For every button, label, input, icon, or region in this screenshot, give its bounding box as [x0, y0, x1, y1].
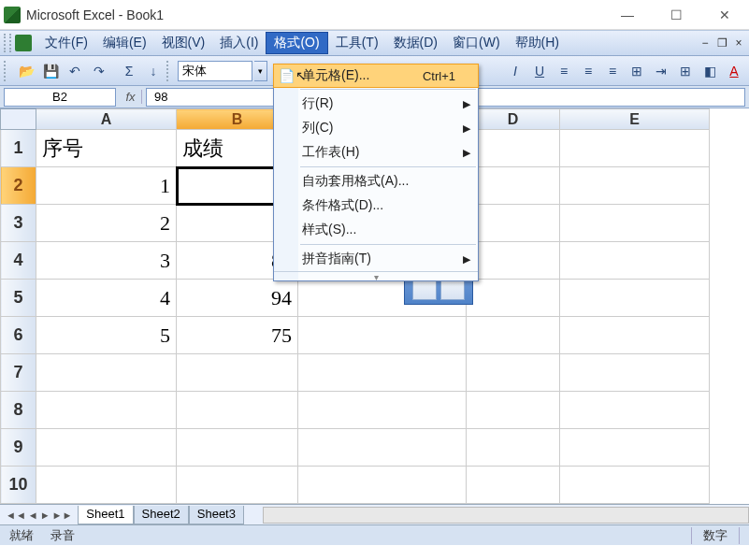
name-box[interactable]: B2: [4, 88, 116, 107]
col-header-d[interactable]: D: [467, 109, 560, 130]
sheet-tab-3[interactable]: Sheet3: [189, 506, 244, 524]
tab-prev-button[interactable]: ◄: [28, 510, 38, 521]
cell[interactable]: [36, 429, 177, 467]
cell[interactable]: [467, 317, 560, 354]
menu-data[interactable]: 数据(D): [386, 33, 445, 53]
sheet-tab-1[interactable]: Sheet1: [78, 506, 133, 524]
cell[interactable]: [467, 242, 560, 280]
cell[interactable]: [298, 392, 467, 429]
menu-window[interactable]: 窗口(W): [445, 33, 508, 53]
row-header-9[interactable]: 9: [1, 429, 36, 467]
cell[interactable]: [467, 392, 560, 429]
cell[interactable]: [560, 429, 710, 467]
cell[interactable]: [467, 280, 560, 317]
fill-color-button[interactable]: ◧: [699, 60, 721, 82]
align-right-button[interactable]: ≡: [601, 60, 624, 82]
cell[interactable]: [298, 429, 467, 467]
cell[interactable]: [560, 130, 710, 167]
cell-b6[interactable]: 75: [177, 317, 298, 354]
cell-a6[interactable]: 5: [36, 317, 177, 354]
cell[interactable]: [36, 354, 177, 392]
cell[interactable]: [560, 392, 710, 429]
cell[interactable]: [36, 467, 177, 504]
sheet-tab-2[interactable]: Sheet2: [134, 506, 189, 524]
select-all-corner[interactable]: [1, 109, 36, 130]
align-center-button[interactable]: ≡: [577, 60, 599, 82]
save-button[interactable]: 💾: [39, 60, 62, 82]
cell[interactable]: [177, 467, 298, 504]
row-header-1[interactable]: 1: [1, 130, 36, 167]
fx-button[interactable]: fx: [120, 90, 142, 104]
cell[interactable]: [36, 392, 177, 429]
font-dropdown-icon[interactable]: ▾: [254, 61, 267, 81]
menu-sheet[interactable]: 工作表(H)▶: [274, 140, 478, 165]
tab-first-button[interactable]: ◄◄: [6, 510, 26, 521]
tab-next-button[interactable]: ►: [40, 510, 50, 521]
cell[interactable]: [298, 467, 467, 504]
cell-a3[interactable]: 2: [36, 205, 177, 242]
menu-column[interactable]: 列(C)▶: [274, 116, 478, 140]
cell[interactable]: [560, 167, 710, 205]
cell[interactable]: [298, 354, 467, 392]
cell[interactable]: [298, 317, 467, 354]
menu-tools[interactable]: 工具(T): [328, 33, 386, 53]
font-color-button[interactable]: A: [723, 60, 745, 82]
cell[interactable]: [560, 205, 710, 242]
cell[interactable]: [560, 354, 710, 392]
cell[interactable]: [560, 317, 710, 354]
minimize-button[interactable]: —: [614, 2, 641, 28]
border-button[interactable]: ⊞: [674, 60, 697, 82]
menu-expand-icon[interactable]: ▾: [274, 271, 478, 280]
menu-help[interactable]: 帮助(H): [508, 33, 567, 53]
cell[interactable]: [177, 392, 298, 429]
cell[interactable]: [467, 467, 560, 504]
cell[interactable]: [560, 280, 710, 317]
italic-button[interactable]: I: [504, 60, 526, 82]
row-header-4[interactable]: 4: [1, 242, 36, 280]
row-header-2[interactable]: 2: [1, 167, 36, 205]
cell[interactable]: [560, 242, 710, 280]
cell[interactable]: [177, 429, 298, 467]
cell[interactable]: [467, 354, 560, 392]
cell[interactable]: [177, 354, 298, 392]
menu-conditional[interactable]: 条件格式(D)...: [274, 194, 478, 218]
open-button[interactable]: 📂: [15, 60, 37, 82]
menu-autoformat[interactable]: 自动套用格式(A)...: [274, 169, 478, 194]
col-header-e[interactable]: E: [560, 109, 710, 130]
autosum-button[interactable]: Σ: [118, 60, 140, 82]
sort-button[interactable]: ↓: [142, 60, 165, 82]
font-name-box[interactable]: 宋体: [178, 61, 252, 81]
mdi-minimize[interactable]: −: [699, 36, 712, 50]
row-header-7[interactable]: 7: [1, 354, 36, 392]
align-left-button[interactable]: ≡: [553, 60, 575, 82]
cell[interactable]: [467, 130, 560, 167]
indent-button[interactable]: ⇥: [650, 60, 672, 82]
redo-button[interactable]: ↷: [88, 60, 110, 82]
mdi-restore[interactable]: ❐: [715, 36, 728, 50]
menu-view[interactable]: 视图(V): [154, 33, 213, 53]
row-header-8[interactable]: 8: [1, 392, 36, 429]
horizontal-scrollbar[interactable]: [263, 507, 749, 524]
tab-last-button[interactable]: ►►: [52, 510, 73, 521]
col-header-a[interactable]: A: [36, 109, 177, 130]
close-button[interactable]: ✕: [712, 2, 738, 28]
maximize-button[interactable]: ☐: [663, 2, 689, 28]
toolbar-handle-2[interactable]: [166, 61, 174, 81]
cell[interactable]: [467, 429, 560, 467]
menubar-handle[interactable]: [4, 34, 11, 52]
menu-cells[interactable]: 📄 ↖ 单元格(E)... Ctrl+1: [273, 64, 479, 88]
menu-phonetic[interactable]: 拼音指南(T)▶: [274, 247, 478, 271]
cell-a5[interactable]: 4: [36, 280, 177, 317]
menu-row[interactable]: 行(R)▶: [274, 92, 478, 116]
cell[interactable]: [467, 205, 560, 242]
menu-edit[interactable]: 编辑(E): [95, 33, 154, 53]
row-header-3[interactable]: 3: [1, 205, 36, 242]
menu-style[interactable]: 样式(S)...: [274, 218, 478, 242]
cell-a1[interactable]: 序号: [36, 130, 177, 167]
cell-b5[interactable]: 94: [177, 280, 298, 317]
cell[interactable]: [467, 167, 560, 205]
mdi-close[interactable]: ×: [732, 36, 745, 50]
row-header-5[interactable]: 5: [1, 280, 36, 317]
cell[interactable]: [560, 467, 710, 504]
merge-button[interactable]: ⊞: [626, 60, 648, 82]
